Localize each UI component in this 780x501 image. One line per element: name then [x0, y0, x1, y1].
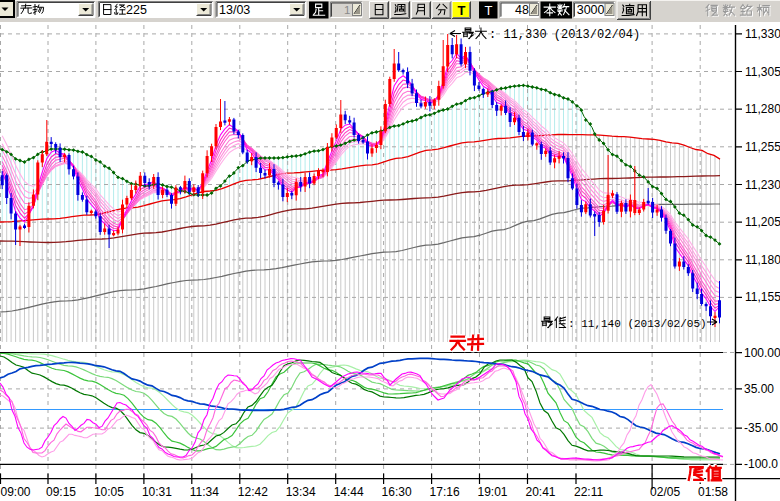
svg-text:T: T	[458, 3, 466, 18]
svg-text:09:00: 09:00	[1, 485, 31, 499]
svg-text:35.00: 35.00	[744, 382, 774, 396]
svg-text:: 11,330 (2013/02/04): : 11,330 (2013/02/04)	[489, 28, 640, 42]
svg-text:11,205: 11,205	[745, 215, 780, 229]
svg-text:11,230: 11,230	[745, 178, 780, 192]
svg-text:3000: 3000	[577, 3, 605, 17]
svg-text:-100.0: -100.0	[744, 457, 778, 471]
svg-text:11,330: 11,330	[745, 27, 780, 41]
svg-text:11,280: 11,280	[745, 102, 780, 116]
svg-text:13/03: 13/03	[219, 3, 250, 17]
svg-text:02/05: 02/05	[650, 485, 680, 499]
svg-text:11:34: 11:34	[190, 485, 219, 499]
svg-text:1: 1	[344, 4, 350, 16]
svg-text:48: 48	[515, 3, 529, 17]
svg-text:09:15: 09:15	[46, 485, 76, 499]
svg-text:13:34: 13:34	[286, 485, 316, 499]
svg-text:12:42: 12:42	[238, 485, 268, 499]
svg-text:: 11,140 (2013/02/05): : 11,140 (2013/02/05)	[568, 318, 707, 330]
svg-text:11,155: 11,155	[745, 290, 780, 304]
svg-text:16:30: 16:30	[382, 485, 412, 499]
svg-text:10:31: 10:31	[142, 485, 172, 499]
svg-text:10:05: 10:05	[94, 485, 124, 499]
svg-text:T: T	[485, 3, 493, 18]
svg-text:17:16: 17:16	[430, 485, 460, 499]
svg-text:11,255: 11,255	[745, 140, 780, 154]
svg-text:100.00: 100.00	[744, 346, 780, 360]
svg-text:22:11: 22:11	[574, 485, 603, 499]
svg-text:14:44: 14:44	[334, 485, 364, 499]
svg-text:20:41: 20:41	[526, 485, 556, 499]
svg-text:11,180: 11,180	[745, 253, 780, 267]
svg-text:01:58: 01:58	[698, 485, 728, 499]
svg-text:19:01: 19:01	[478, 485, 508, 499]
svg-text:11,305: 11,305	[745, 65, 780, 79]
svg-text:-35.00: -35.00	[744, 421, 778, 435]
svg-text:225: 225	[126, 3, 147, 17]
